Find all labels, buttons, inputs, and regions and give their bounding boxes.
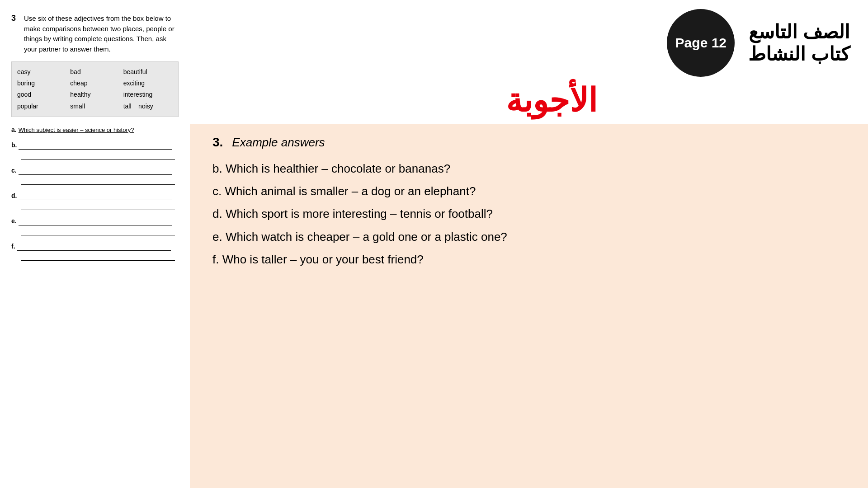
answer-f-line2 xyxy=(21,252,175,261)
answer-e-label: e. xyxy=(11,217,17,225)
answer-f-line1 xyxy=(17,242,171,251)
arabic-answers-title: الأجوبة xyxy=(235,77,868,119)
arabic-line2: كتاب النشاط xyxy=(748,43,850,65)
word-item: healthy xyxy=(70,89,119,100)
word-item: easy xyxy=(17,66,66,78)
answer-d-line1 xyxy=(19,191,172,200)
answer-item-b: b. xyxy=(11,141,179,160)
answer-item-e: e. xyxy=(11,216,179,235)
word-col2: bad cheap healthy small xyxy=(70,66,119,112)
answer-b-label: b. xyxy=(11,141,17,149)
section-title: Example answers xyxy=(232,136,325,150)
left-panel: 3 Use six of these adjectives from the b… xyxy=(0,0,190,488)
top-right: Page 12 الصف التاسع كتاب النشاط xyxy=(190,0,868,77)
answer-c-line2 xyxy=(21,176,175,185)
word-col3: beautiful exciting interesting tall nois… xyxy=(123,66,173,112)
word-item: bad xyxy=(70,66,119,78)
answer-b-line2 xyxy=(21,150,175,160)
answer-a-label: a. xyxy=(11,126,17,133)
question-header: 3 Use six of these adjectives from the b… xyxy=(11,14,179,54)
page-circle: Page 12 xyxy=(667,9,735,77)
right-panel: Page 12 الصف التاسع كتاب النشاط الأجوبة … xyxy=(190,0,868,488)
answer-a-text: Which subject is easier – science or his… xyxy=(19,126,134,134)
answer-f: f. Who is taller – you or your best frie… xyxy=(212,249,845,269)
answers-box: 3. Example answers b. Which is healthier… xyxy=(190,124,868,488)
answer-e: e. Which watch is cheaper – a gold one o… xyxy=(212,227,845,247)
word-item: beautiful xyxy=(123,66,173,78)
word-box: easy boring good popular bad cheap healt… xyxy=(11,61,179,117)
answer-item-a: a. Which subject is easier – science or … xyxy=(11,126,179,134)
answer-c: c. Which animal is smaller – a dog or an… xyxy=(212,181,845,201)
word-item: small xyxy=(70,101,119,112)
answer-c-label: c. xyxy=(11,167,17,174)
section-number: 3. xyxy=(212,135,223,150)
answer-content: b. Which is healthier – chocolate or ban… xyxy=(212,159,845,269)
arabic-title: الصف التاسع كتاب النشاط xyxy=(748,21,850,65)
answer-item-f: f. xyxy=(11,242,179,261)
answer-list: a. Which subject is easier – science or … xyxy=(11,126,179,267)
word-col1: easy boring good popular xyxy=(17,66,66,112)
answer-f-label: f. xyxy=(11,243,15,250)
answer-e-line1 xyxy=(19,216,172,225)
word-item: cheap xyxy=(70,78,119,89)
answer-d-label: d. xyxy=(11,192,17,199)
page-number: Page 12 xyxy=(675,35,726,51)
word-item: good xyxy=(17,89,66,100)
answer-item-c: c. xyxy=(11,166,179,185)
word-item: popular xyxy=(17,101,66,112)
question-number: 3 xyxy=(11,14,20,23)
answer-item-d: d. xyxy=(11,191,179,210)
answer-b-line1 xyxy=(19,141,172,150)
question-text: Use six of these adjectives from the box… xyxy=(24,14,179,54)
answer-d-line2 xyxy=(21,201,175,210)
answer-e-line2 xyxy=(21,226,175,235)
word-item: boring xyxy=(17,78,66,89)
word-item: exciting xyxy=(123,78,173,89)
arabic-line1: الصف التاسع xyxy=(748,21,850,43)
answer-d: d. Which sport is more interesting – ten… xyxy=(212,204,845,224)
answers-title: 3. Example answers xyxy=(212,135,845,150)
word-item: tall noisy xyxy=(123,101,173,112)
answer-c-line1 xyxy=(19,166,172,175)
word-item: interesting xyxy=(123,89,173,100)
answer-b: b. Which is healthier – chocolate or ban… xyxy=(212,159,845,178)
